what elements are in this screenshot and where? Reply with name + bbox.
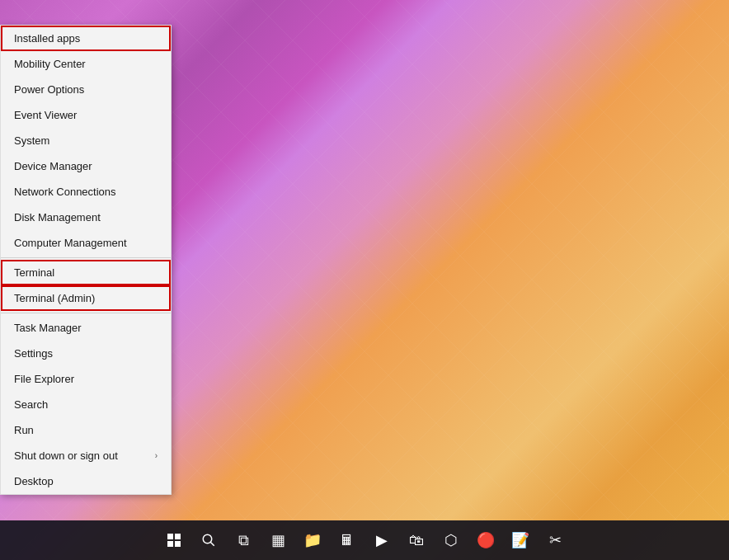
svg-point-0 [203, 534, 212, 544]
widgets-icon: ▦ [271, 531, 285, 549]
menu-item-label-terminal-admin: Terminal (Admin) [14, 292, 95, 304]
menu-item-device-manager[interactable]: Device Manager [1, 153, 171, 179]
taskbar-icon-terminal[interactable]: ▶ [365, 524, 398, 557]
menu-item-label-computer-management: Computer Management [14, 237, 127, 249]
taskbar: ⧉▦📁🖩▶🛍⬡🔴📝✂ [0, 520, 729, 560]
menu-item-system[interactable]: System [1, 128, 171, 153]
windows-logo-icon [167, 534, 181, 547]
context-menu: Installed appsMobility CenterPower Optio… [0, 25, 172, 495]
menu-item-label-device-manager: Device Manager [14, 160, 92, 172]
can-icon: 🔴 [477, 531, 495, 549]
menu-item-settings[interactable]: Settings [1, 341, 171, 366]
taskbar-icon-edge[interactable]: ⬡ [435, 524, 468, 557]
menu-item-label-power-options: Power Options [14, 83, 84, 96]
desktop: Installed appsMobility CenterPower Optio… [0, 0, 729, 560]
menu-item-label-event-viewer: Event Viewer [14, 109, 77, 121]
menu-item-label-mobility-center: Mobility Center [14, 58, 86, 70]
menu-item-task-manager[interactable]: Task Manager [1, 315, 171, 341]
menu-divider [1, 313, 171, 313]
menu-item-file-explorer[interactable]: File Explorer [1, 366, 171, 392]
taskbar-icon-file-explorer[interactable]: 📁 [296, 524, 329, 557]
file-explorer-icon: 📁 [303, 531, 322, 549]
menu-item-desktop[interactable]: Desktop [1, 468, 171, 494]
taskbar-icon-snip[interactable]: ✂ [539, 524, 571, 557]
menu-item-power-options[interactable]: Power Options [1, 77, 171, 102]
taskbar-icons: ⧉▦📁🖩▶🛍⬡🔴📝✂ [158, 524, 571, 557]
notepad-icon: 📝 [511, 531, 529, 549]
menu-item-label-desktop: Desktop [14, 475, 54, 487]
menu-item-label-task-manager: Task Manager [14, 322, 82, 334]
edge-icon: ⬡ [444, 531, 458, 549]
calculator-icon: 🖩 [340, 532, 355, 549]
menu-item-label-run: Run [14, 424, 34, 436]
menu-item-disk-management[interactable]: Disk Management [1, 205, 171, 230]
menu-item-event-viewer[interactable]: Event Viewer [1, 102, 171, 128]
menu-item-label-installed-apps: Installed apps [14, 32, 80, 45]
taskbar-icon-store[interactable]: 🛍 [400, 524, 433, 557]
taskbar-icon-calculator[interactable]: 🖩 [331, 524, 364, 557]
taskbar-icon-can[interactable]: 🔴 [469, 524, 502, 557]
menu-item-network-connections[interactable]: Network Connections [1, 179, 171, 205]
menu-item-label-search: Search [14, 398, 48, 411]
taskbar-icon-start[interactable] [158, 524, 190, 557]
menu-item-label-network-connections: Network Connections [14, 186, 116, 198]
menu-item-terminal[interactable]: Terminal [1, 260, 171, 285]
search-icon [201, 533, 216, 548]
snip-icon: ✂ [549, 531, 562, 549]
task-view-icon: ⧉ [238, 532, 249, 549]
menu-item-shut-down[interactable]: Shut down or sign out› [1, 443, 171, 468]
menu-divider [1, 257, 171, 258]
menu-item-label-shut-down: Shut down or sign out [14, 449, 118, 462]
taskbar-icon-notepad[interactable]: 📝 [504, 524, 537, 557]
taskbar-icon-search[interactable] [192, 524, 225, 557]
store-icon: 🛍 [409, 532, 424, 549]
menu-item-label-system: System [14, 134, 49, 147]
menu-item-computer-management[interactable]: Computer Management [1, 230, 171, 256]
menu-item-installed-apps[interactable]: Installed apps [1, 26, 171, 51]
menu-item-search[interactable]: Search [1, 392, 171, 417]
menu-item-label-file-explorer: File Explorer [14, 373, 74, 385]
menu-item-label-settings: Settings [14, 347, 53, 360]
terminal-icon: ▶ [376, 531, 388, 549]
taskbar-icon-widgets[interactable]: ▦ [261, 524, 294, 557]
submenu-arrow-icon: › [155, 451, 158, 460]
menu-item-label-terminal: Terminal [14, 266, 54, 279]
menu-item-label-disk-management: Disk Management [14, 211, 101, 224]
menu-item-mobility-center[interactable]: Mobility Center [1, 51, 171, 77]
menu-item-terminal-admin[interactable]: Terminal (Admin) [1, 285, 171, 311]
svg-line-1 [210, 542, 214, 546]
taskbar-icon-task-view[interactable]: ⧉ [227, 524, 260, 557]
menu-item-run[interactable]: Run [1, 417, 171, 443]
